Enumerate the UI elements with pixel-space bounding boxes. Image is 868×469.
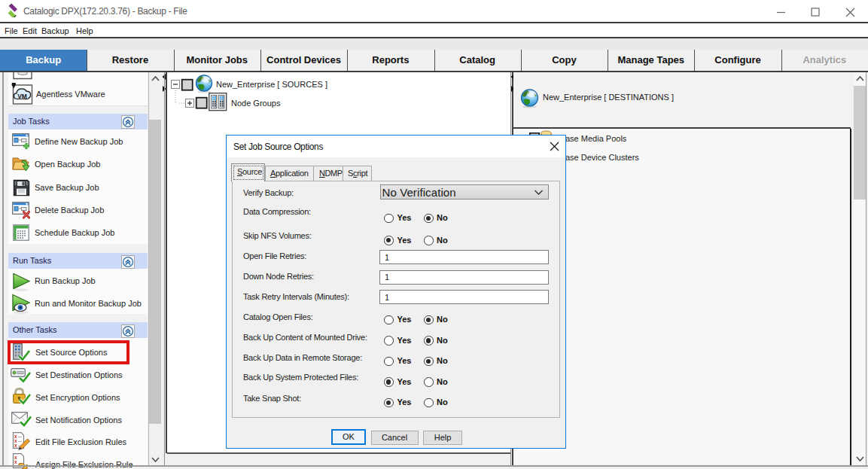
svg-text:x: x — [14, 443, 17, 448]
svg-text:x: x — [14, 459, 17, 464]
svg-text:VM: VM — [17, 93, 27, 100]
